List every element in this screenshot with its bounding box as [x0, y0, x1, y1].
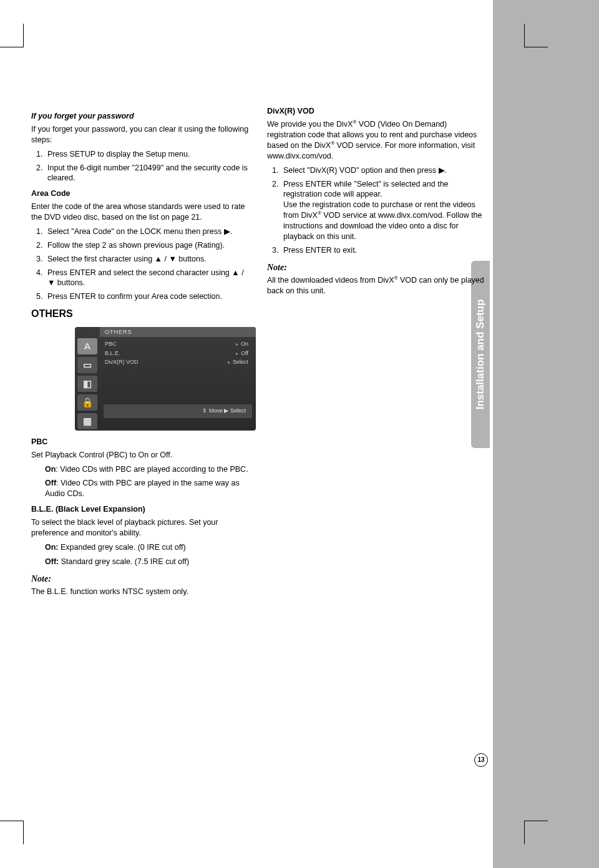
note-heading: Note: — [31, 573, 250, 585]
fig-row-value: On — [241, 341, 248, 347]
menu-icon-others: ▦ — [77, 413, 97, 429]
menu-icon-display: ▭ — [77, 357, 97, 373]
pbc-off: Off: Video CDs with PBC are played in th… — [45, 478, 250, 499]
note-text: The B.L.E. function works NTSC system on… — [31, 587, 250, 597]
para-pbc: Set Playback Control (PBC) to On or Off. — [31, 450, 250, 461]
list-item: Press ENTER to exit. — [281, 245, 485, 256]
page-number: 13 — [474, 753, 488, 767]
menu-icon-audio: ◧ — [77, 376, 97, 392]
forgot-steps: Press SETUP to display the Setup menu. I… — [31, 149, 250, 184]
heading-pbc: PBC — [31, 437, 250, 447]
menu-icon-language: A — [77, 338, 97, 354]
fig-row-label: PBC — [105, 340, 117, 348]
right-column: DivX(R) VOD We provide you the DivX® VOD… — [267, 106, 485, 600]
para-area: Enter the code of the area whose standar… — [31, 202, 250, 223]
pbc-on: On: Video CDs with PBC are played accord… — [45, 464, 250, 475]
area-steps: Select "Area Code" on the LOCK menu then… — [31, 227, 250, 302]
heading-ble: B.L.E. (Black Level Expansion) — [31, 504, 250, 515]
fig-row-label: B.L.E. — [105, 349, 120, 358]
fig-row: DivX(R) VOD ▸Select — [104, 358, 252, 367]
crop-mark — [524, 24, 525, 47]
ble-on: On: Expanded grey scale. (0 IRE cut off) — [45, 542, 250, 553]
crop-mark — [0, 47, 24, 47]
list-item: Press ENTER to confirm your Area code se… — [45, 291, 250, 302]
list-item: Press ENTER while "Select" is selected a… — [281, 179, 485, 242]
fig-row: PBC ▸On — [104, 339, 252, 349]
para-ble: To select the black level of playback pi… — [31, 517, 250, 539]
heading-area-code: Area Code — [31, 188, 250, 199]
content-columns: If you forget your password If you forge… — [31, 106, 487, 600]
heading-others: OTHERS — [31, 307, 250, 321]
list-item: Follow the step 2 as shown previous page… — [45, 240, 250, 251]
ble-off: Off: Standard grey scale. (7.5 IRE cut o… — [45, 557, 250, 567]
crop-mark — [23, 24, 24, 47]
fig-title: OTHERS — [100, 327, 256, 337]
list-item: Press SETUP to display the Setup menu. — [45, 149, 250, 160]
heading-forgot-password: If you forget your password — [31, 111, 250, 122]
menu-icon-lock: 🔒 — [77, 394, 97, 411]
para-divx: We provide you the DivX® VOD (Video On D… — [267, 119, 485, 162]
heading-divx: DivX(R) VOD — [267, 106, 485, 117]
divx-steps: Select "DivX(R) VOD" option and then pre… — [267, 165, 485, 256]
note-heading: Note: — [267, 262, 485, 274]
crop-mark — [0, 821, 24, 821]
fig-footer: ⇕ Move ▶ Select — [104, 404, 252, 418]
fig-row-value: Off — [241, 350, 248, 356]
note-text: All the downloaded videos from DivX® VOD… — [267, 275, 485, 296]
fig-row: B.L.E. ▸Off — [104, 349, 252, 358]
list-item: Select the first character using ▲ / ▼ b… — [45, 254, 250, 265]
left-column: If you forget your password If you forge… — [31, 106, 250, 600]
side-margin — [493, 0, 599, 868]
list-item: Press ENTER and select the second charac… — [45, 268, 250, 289]
list-item: Select "DivX(R) VOD" option and then pre… — [281, 165, 485, 176]
fig-row-label: DivX(R) VOD — [105, 358, 139, 366]
crop-mark — [524, 47, 548, 47]
list-item: Input the 6-digit number "210499" and th… — [45, 163, 250, 184]
crop-mark — [524, 821, 525, 844]
para-forgot: If you forget your password, you can cle… — [31, 124, 250, 145]
list-item: Select "Area Code" on the LOCK menu then… — [45, 227, 250, 237]
crop-mark — [23, 821, 24, 844]
crop-mark — [524, 821, 548, 821]
others-menu-screenshot: OTHERS A ▭ ◧ 🔒 ▦ PBC ▸On — [75, 327, 256, 431]
fig-row-value: Select — [233, 359, 248, 365]
